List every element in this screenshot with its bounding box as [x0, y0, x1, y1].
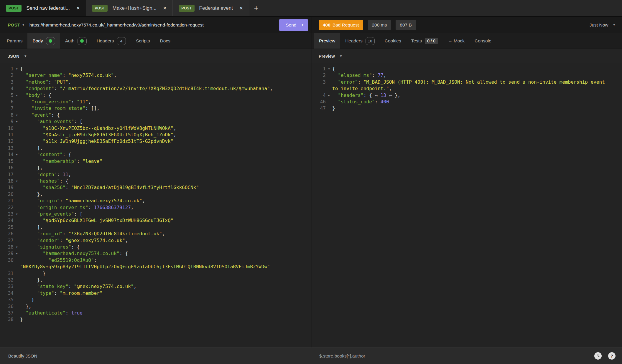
- jsonpath-filter-input[interactable]: $.store.books[*].author: [319, 353, 588, 359]
- response-history-dropdown[interactable]: Just Now ▾: [590, 22, 615, 28]
- pane-divider[interactable]: [312, 17, 312, 364]
- beautify-json-button[interactable]: Beautify JSON: [8, 353, 37, 358]
- code-line: 9▾ "auth_events": [: [0, 118, 312, 125]
- tab-preview[interactable]: Preview: [314, 33, 340, 49]
- code-line: 16 },: [0, 165, 312, 171]
- fold-gutter: [14, 237, 20, 244]
- tab-docs[interactable]: Docs: [155, 33, 175, 49]
- code-line: 10 "$1OC-XnwPEOZ5bz--qUahdbz-yO4lfWdV8gN…: [0, 125, 312, 132]
- code-text: "room_id": "!XRqZN3zQD2dtHc8I4k:timedout…: [20, 231, 312, 237]
- fold-gutter: [14, 184, 20, 191]
- fold-gutter: [14, 270, 20, 277]
- status-badge: 400 Bad Request: [319, 20, 363, 30]
- response-section-tabs: Preview Headers 10 Cookies Tests 0 / 0 →…: [312, 33, 622, 49]
- tab-cookies[interactable]: Cookies: [380, 33, 406, 49]
- request-section-tabs: Params Body Auth Headers 4 Scripts Docs: [0, 33, 312, 49]
- method-badge: POST: [179, 5, 194, 12]
- fold-gutter: [14, 79, 20, 85]
- tab-docs-label: Docs: [160, 38, 170, 44]
- code-line: 19 "sha256": "Nnc1ZD7adad/atDj919gBI4vfL…: [0, 184, 312, 191]
- fold-toggle-icon[interactable]: ▾: [14, 211, 20, 217]
- code-line: 6 "room_version": "11",: [0, 99, 312, 105]
- close-icon[interactable]: ✕: [239, 6, 243, 11]
- headers-count-badge: 4: [117, 37, 126, 45]
- code-line: 23▾ "prev_events": [: [0, 211, 312, 217]
- tab-tests[interactable]: Tests 0 / 0: [406, 33, 443, 49]
- method-badge: POST: [92, 5, 108, 12]
- tab-auth[interactable]: Auth: [60, 33, 92, 49]
- tests-count-badge: 0 / 0: [425, 38, 438, 44]
- tab-auth-label: Auth: [65, 38, 75, 44]
- line-number: 1: [312, 66, 326, 72]
- line-number: 20: [0, 191, 14, 198]
- request-tab-federate-event[interactable]: POST Federate event ✕: [173, 0, 249, 16]
- url-bar: POST ▾ https://hammerhead.nexy7574.co.uk…: [0, 17, 312, 33]
- close-icon[interactable]: ✕: [163, 6, 167, 11]
- send-button[interactable]: Send ▾: [279, 19, 308, 31]
- code-text: "prev_events": [: [20, 211, 312, 217]
- send-options-chevron-icon[interactable]: ▾: [302, 23, 303, 27]
- fold-toggle-icon[interactable]: ▾: [14, 112, 20, 118]
- tab-scripts[interactable]: Scripts: [131, 33, 155, 49]
- response-size-badge: 807 B: [396, 20, 416, 30]
- url-input[interactable]: https://hammerhead.nexy7574.co.uk/_hamme…: [29, 22, 279, 28]
- code-line: 21 "origin": "hammerhead.nexy7574.co.uk"…: [0, 198, 312, 204]
- tab-console[interactable]: Console: [470, 33, 496, 49]
- tab-headers-label: Headers: [97, 38, 114, 44]
- code-text: ],: [20, 145, 312, 151]
- request-tab-send-raw-federation[interactable]: POST Send raw federati... ✕: [0, 0, 86, 16]
- line-number: 21: [0, 198, 14, 204]
- fold-gutter: [14, 132, 20, 138]
- line-number: 29: [0, 250, 14, 257]
- line-number: 14: [0, 151, 14, 158]
- line-number: 6: [0, 99, 14, 105]
- fold-toggle-icon[interactable]: ▾: [326, 66, 332, 72]
- code-line: 31 }: [0, 270, 312, 277]
- fold-toggle-icon[interactable]: ▾: [14, 244, 20, 250]
- code-line: "NRKYDy8v+qS9xpR3y2I9l1flVHpUlp2zOvQ+cgF…: [0, 264, 312, 270]
- response-preview-editor[interactable]: 1▾{2 "elapsed_ms": 77,3 "error": "M_BAD_…: [312, 63, 622, 348]
- line-number: 11: [0, 132, 14, 138]
- line-number: 35: [0, 297, 14, 303]
- fold-toggle-icon[interactable]: ▾: [14, 178, 20, 184]
- request-body-editor[interactable]: 1▾{2 "server_name": "nexy7574.co.uk",3 "…: [0, 63, 312, 348]
- line-number: 28: [0, 244, 14, 250]
- code-line: 26 "room_id": "!XRqZN3zQD2dtHc8I4k:timed…: [0, 231, 312, 237]
- code-text: "method": "PUT",: [20, 79, 312, 85]
- body-mode-dropdown[interactable]: JSON ▾: [8, 54, 26, 59]
- tab-mock[interactable]: → Mock: [443, 33, 470, 49]
- fold-toggle-icon[interactable]: ▾: [14, 92, 20, 99]
- chevron-down-icon[interactable]: ▾: [22, 23, 24, 27]
- line-number: 31: [0, 270, 14, 277]
- tab-response-headers[interactable]: Headers 10: [340, 33, 380, 49]
- line-number: 37: [0, 310, 14, 316]
- code-text: "$11x_JW1n9UjggjhekD35aEfFzOdz51tTS-G2pd…: [20, 138, 312, 145]
- close-icon[interactable]: ✕: [76, 6, 80, 11]
- method-badge: POST: [6, 5, 22, 12]
- request-tab-make-hash-sign[interactable]: POST Make+Hash+Sign... ✕: [86, 0, 173, 16]
- code-text: "hashes": {: [20, 178, 312, 184]
- history-clock-icon[interactable]: [594, 352, 602, 360]
- fold-gutter: [14, 125, 20, 132]
- line-number: 7: [0, 105, 14, 112]
- help-icon[interactable]: ?: [608, 352, 616, 360]
- method-select[interactable]: POST: [8, 22, 20, 28]
- tab-body[interactable]: Body: [27, 33, 60, 49]
- code-line: 29▾ "hammerhead.nexy7574.co.uk": {: [0, 250, 312, 257]
- fold-gutter: [14, 198, 20, 204]
- fold-toggle-icon[interactable]: ▾: [14, 250, 20, 257]
- fold-toggle-icon[interactable]: ▾: [14, 118, 20, 125]
- code-text: },: [20, 165, 312, 171]
- code-text: "state_key": "@nex:nexy7574.co.uk",: [20, 283, 312, 290]
- new-tab-button[interactable]: +: [249, 0, 263, 16]
- tab-headers[interactable]: Headers 4: [92, 33, 131, 49]
- fold-toggle-icon[interactable]: ▾: [14, 151, 20, 158]
- code-line: 20 },: [0, 191, 312, 198]
- fold-gutter: [14, 303, 20, 310]
- code-line: 34 "type": "m.room.member": [0, 290, 312, 297]
- fold-toggle-icon[interactable]: ▸: [326, 92, 332, 99]
- tab-params[interactable]: Params: [2, 33, 27, 49]
- fold-toggle-icon[interactable]: ▾: [14, 66, 20, 72]
- preview-mode-dropdown[interactable]: Preview ▾: [319, 54, 342, 59]
- tab-mock-label: → Mock: [448, 38, 465, 44]
